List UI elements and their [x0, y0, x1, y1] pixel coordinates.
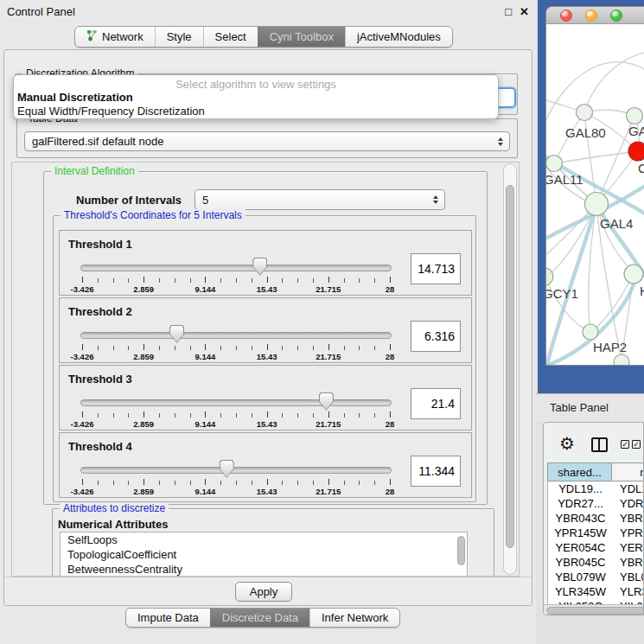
slider-thumb[interactable] — [319, 392, 334, 411]
threshold-slider[interactable]: -3.4262.8599.14415.4321.71528 — [60, 366, 471, 430]
settings-gear-icon[interactable]: ⚙ — [559, 435, 575, 452]
tab-infer-network[interactable]: Infer Network — [309, 609, 399, 627]
slider-tick — [359, 346, 360, 350]
horizontal-scrollbar-thumb[interactable] — [546, 607, 644, 615]
gcy1-node[interactable] — [546, 268, 553, 285]
attributes-group: Attributes to discretize Numerical Attri… — [52, 508, 494, 577]
right-mid-node[interactable] — [624, 265, 643, 284]
spinner-up-arrow[interactable] — [498, 137, 503, 141]
slider-track[interactable] — [80, 467, 392, 474]
spinner-down-arrow[interactable] — [433, 201, 438, 204]
hap2-node[interactable] — [583, 324, 598, 340]
cell-name: YPR1 — [613, 526, 644, 540]
tab-impute-data[interactable]: Impute Data — [126, 609, 210, 627]
gal80-node[interactable] — [577, 105, 593, 121]
slider-track[interactable] — [80, 265, 392, 271]
threshold-value-field[interactable]: 14.713 — [411, 253, 461, 284]
table-data-combobox[interactable]: galFiltered.sif default node — [24, 131, 510, 151]
window-minimize-button[interactable] — [585, 10, 597, 22]
slider-tick — [113, 413, 114, 418]
table-row[interactable]: YBR045CYBR0 — [548, 555, 644, 570]
table-row[interactable]: YPR145WYPR1 — [548, 526, 644, 540]
algorithm-option-manual-discretization[interactable]: Manual Discretization — [14, 91, 498, 105]
horizontal-scrollbar[interactable] — [544, 604, 644, 615]
threshold-slider[interactable]: -3.4262.8599.14415.4321.71528 — [60, 298, 471, 362]
spinner-up-arrow[interactable] — [433, 195, 438, 199]
slider-tick — [175, 413, 175, 418]
combobox-spinner[interactable] — [433, 195, 438, 204]
algorithm-option-equal-width-frequency-discretization[interactable]: Equal Width/Frequency Discretization — [14, 105, 498, 118]
network-edge — [584, 50, 644, 112]
table-row[interactable]: YLR345WYLR3 — [548, 584, 644, 599]
network-canvas[interactable]: GAL80GACGAL11GAL4GCY1HHAP2 — [546, 24, 644, 365]
spinner-down-arrow[interactable] — [498, 143, 503, 146]
gal11-node[interactable] — [546, 156, 563, 172]
vertical-scrollbar-thumb[interactable] — [506, 185, 514, 548]
select-columns-checkbox-icon[interactable]: ✓ — [632, 440, 641, 449]
numerical-attributes-list[interactable]: SelfLoopsTopologicalCoefficientBetweenne… — [60, 532, 468, 577]
window-zoom-button[interactable] — [610, 10, 622, 22]
vertical-scrollbar[interactable] — [503, 163, 517, 575]
threshold-value-field[interactable]: 11.344 — [411, 456, 461, 487]
node-label-gal4: GAL4 — [600, 216, 633, 231]
table-row[interactable]: YDL19...YDL1 — [548, 481, 644, 496]
slider-tick — [128, 481, 129, 485]
close-panel-icon[interactable]: ✕ — [520, 5, 529, 18]
slider-thumb[interactable] — [220, 460, 234, 478]
tick-label: 21.715 — [316, 419, 341, 429]
slider-thumb[interactable] — [252, 258, 267, 276]
top-right-node[interactable] — [627, 108, 643, 124]
threshold-slider[interactable]: -3.4262.8599.14415.4321.71528 — [60, 433, 471, 497]
list-scrollbar-thumb[interactable] — [457, 536, 465, 565]
tab-jactivemnodules[interactable]: jActiveMNodules — [345, 27, 452, 47]
slider-tick — [282, 278, 283, 283]
cell-name: YER0 — [613, 540, 644, 555]
bottom-node[interactable] — [614, 354, 629, 365]
slider-track[interactable] — [80, 332, 392, 339]
gal4-node[interactable] — [585, 193, 609, 216]
group-title: Interval Definition — [51, 165, 138, 177]
slider-tick — [220, 481, 221, 485]
numerical-attribute-item[interactable]: BetweennessCentrality — [61, 562, 467, 577]
slider-thumb[interactable] — [169, 325, 184, 343]
select-all-checkbox-icon[interactable]: ✓ — [621, 440, 629, 449]
threshold-value-field[interactable]: 21.4 — [411, 388, 461, 419]
tab-network[interactable]: Network — [75, 27, 155, 47]
table-row[interactable]: YBL079WYBL0 — [548, 570, 644, 584]
interval-definition-group: Interval Definition Number of Intervals … — [43, 171, 488, 505]
node-label-h: H — [640, 284, 644, 298]
table-row[interactable]: YBR043CYBR0 — [548, 511, 644, 526]
slider-track[interactable] — [80, 399, 392, 406]
node-label-gal80: GAL80 — [565, 125, 606, 140]
tab-discretize-data[interactable]: Discretize Data — [210, 609, 309, 627]
numerical-attribute-item[interactable]: SelfLoops — [61, 532, 467, 547]
slider-tick — [374, 346, 375, 350]
numerical-attribute-item[interactable]: TopologicalCoefficient — [61, 547, 467, 562]
network-window-titlebar[interactable] — [546, 7, 644, 24]
column-header-name[interactable]: na — [612, 462, 644, 481]
red-node[interactable] — [628, 142, 644, 161]
table-row[interactable]: YDR27...YDR2 — [548, 496, 644, 511]
number-of-intervals-combobox[interactable]: 5 — [194, 189, 445, 210]
slider-thumb-face — [253, 258, 266, 275]
float-window-icon[interactable]: □ — [505, 5, 512, 18]
tab-style[interactable]: Style — [155, 27, 203, 47]
threshold-slider[interactable]: -3.4262.8599.14415.4321.71528 — [60, 231, 471, 295]
tab-cyni-toolbox[interactable]: Cyni Toolbox — [258, 27, 345, 47]
tick-label: 28 — [386, 419, 395, 429]
combobox-spinner[interactable] — [498, 137, 503, 146]
table-row[interactable]: YER054CYER0 — [548, 540, 644, 555]
slider-tick — [313, 413, 314, 418]
apply-button[interactable]: Apply — [235, 582, 292, 602]
tab-label: Select — [215, 30, 246, 43]
threshold-value-field[interactable]: 6.316 — [411, 321, 461, 352]
column-layout-icon[interactable] — [591, 437, 608, 452]
node-label-hap2: HAP2 — [593, 340, 627, 354]
tab-select[interactable]: Select — [203, 27, 258, 47]
slider-tick — [98, 481, 99, 485]
tick-label: 28 — [386, 284, 395, 294]
table-panel-titlebar: Table Panel — [536, 393, 644, 422]
window-close-button[interactable] — [560, 10, 572, 22]
slider-tick — [143, 411, 144, 418]
column-header-shared-name[interactable]: shared... — [547, 462, 612, 481]
